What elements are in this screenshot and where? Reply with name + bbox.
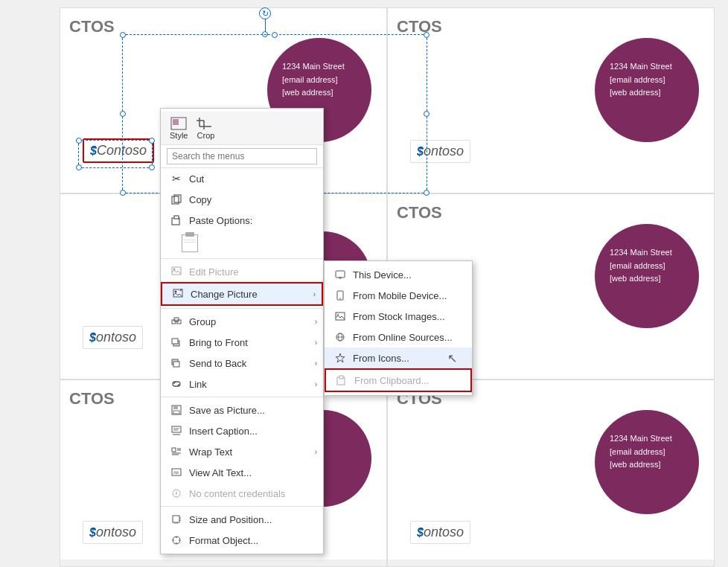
credentials-icon [170, 487, 183, 500]
bring-front-arrow: › [315, 339, 317, 347]
stock-images-icon [333, 310, 347, 323]
submenu-item-clipboard[interactable]: From Clipboard... [325, 368, 472, 392]
purple-circle-4: 1234 Main Street [email address] [web ad… [595, 224, 699, 328]
menu-item-paste-options[interactable]: Paste Options: [161, 210, 323, 231]
submenu-item-this-device[interactable]: This Device... [325, 264, 472, 285]
menu-item-link[interactable]: Link › [161, 374, 323, 394]
wrap-text-arrow: › [315, 448, 317, 456]
svg-point-53 [339, 298, 341, 299]
size-position-icon [170, 513, 183, 526]
change-picture-icon [171, 287, 185, 301]
svg-rect-24 [173, 411, 179, 414]
svg-marker-59 [336, 353, 345, 362]
clipboard-icon [335, 374, 348, 387]
contoso-logo-6: $ontoso [410, 521, 470, 544]
menu-item-size-position[interactable]: Size and Position... [161, 509, 323, 530]
mobile-icon [333, 289, 347, 302]
svg-rect-9 [174, 216, 179, 219]
address-6: 1234 Main Street [email address] [web ad… [610, 432, 672, 472]
menu-search-input[interactable] [167, 148, 317, 164]
change-picture-submenu: This Device... From Mobile Device... Fro… [324, 260, 473, 396]
contoso-logo-3: $ontoso [83, 326, 143, 349]
menu-item-insert-caption[interactable]: Insert Caption... [161, 420, 323, 441]
cell-4-title: CTOS [397, 203, 442, 222]
rotation-handle[interactable]: ↻ [259, 7, 271, 19]
change-picture-arrow: › [313, 290, 316, 298]
purple-circle-6: 1234 Main Street [email address] [web ad… [595, 410, 699, 514]
submenu-item-icons[interactable]: From Icons... ↖ [325, 347, 472, 368]
cut-icon: ✂ [170, 172, 183, 185]
separator-1 [161, 258, 323, 259]
wrap-text-icon [170, 445, 183, 458]
contoso-logo-5: $ontoso [83, 521, 143, 544]
separator-2 [161, 308, 323, 309]
edit-picture-icon [170, 265, 183, 278]
address-4: 1234 Main Street [email address] [web ad… [610, 246, 672, 286]
device-icon [333, 268, 347, 281]
alt-text-icon: Alt [170, 466, 183, 479]
send-back-arrow: › [315, 359, 317, 368]
bring-front-icon [170, 336, 183, 349]
paste-icon [170, 214, 183, 227]
svg-rect-39 [173, 516, 179, 522]
menu-item-group[interactable]: Group › [161, 311, 323, 332]
separator-3 [161, 397, 323, 397]
format-object-icon [170, 534, 183, 547]
group-icon [170, 315, 183, 328]
address-1: 1234 Main Street [email address] [web ad… [282, 60, 345, 100]
menu-item-no-credentials[interactable]: No content credentials [161, 483, 323, 504]
slide-cell-2: CTOS 1234 Main Street [email address] [w… [387, 7, 715, 193]
svg-rect-23 [173, 406, 178, 409]
crop-button[interactable]: Crop [197, 116, 214, 140]
svg-rect-29 [172, 448, 176, 452]
cell-2-title: CTOS [397, 17, 442, 36]
contoso-logo-2: $ontoso [410, 140, 470, 163]
style-button[interactable]: Style [170, 116, 188, 140]
svg-rect-49 [336, 271, 345, 278]
svg-point-13 [175, 291, 177, 293]
svg-text:Alt: Alt [173, 470, 179, 475]
send-back-icon [170, 356, 183, 370]
menu-header: Style Crop [161, 112, 323, 145]
menu-item-cut[interactable]: ✂ Cut [161, 168, 323, 189]
caption-icon [170, 424, 183, 438]
purple-circle-2: 1234 Main Street [email address] [web ad… [595, 38, 699, 142]
menu-item-bring-to-front[interactable]: Bring to Front › [161, 332, 323, 353]
svg-rect-61 [339, 376, 343, 379]
link-icon [170, 377, 183, 391]
copy-icon [170, 193, 183, 206]
cell-1-title: CTOS [69, 17, 115, 36]
menu-search-container [161, 145, 323, 168]
separator-4 [161, 506, 323, 507]
svg-rect-19 [172, 339, 178, 344]
svg-rect-25 [172, 426, 181, 432]
cell-5-title: CTOS [69, 389, 115, 409]
address-2: 1234 Main Street [email address] [web ad… [610, 60, 672, 100]
online-sources-icon [333, 330, 347, 344]
svg-point-38 [176, 490, 176, 491]
menu-item-wrap-text[interactable]: Wrap Text › [161, 441, 323, 462]
menu-item-save-as-picture[interactable]: Save as Picture... [161, 400, 323, 420]
svg-rect-21 [173, 362, 179, 367]
save-picture-icon [170, 403, 183, 417]
rotation-line [265, 19, 266, 31]
rotation-handle-area: ↻ [259, 7, 271, 37]
menu-item-view-alt-text[interactable]: Alt View Alt Text... [161, 462, 323, 483]
submenu-item-mobile[interactable]: From Mobile Device... [325, 285, 472, 306]
cursor-indicator: ↖ [447, 351, 457, 365]
paste-icon-display[interactable] [161, 231, 323, 256]
menu-item-edit-picture[interactable]: Edit Picture [161, 261, 323, 282]
submenu-item-online[interactable]: From Online Sources... [325, 327, 472, 347]
menu-item-copy[interactable]: Copy [161, 189, 323, 210]
menu-item-change-picture[interactable]: Change Picture › [161, 282, 323, 306]
group-arrow: › [315, 318, 317, 326]
slide-cell-6: CTOS 1234 Main Street [email address] [w… [387, 379, 715, 567]
submenu-item-stock[interactable]: From Stock Images... [325, 306, 472, 327]
icons-icon [333, 351, 347, 365]
context-menu: Style Crop ✂ Cut Copy Paste Option [160, 108, 324, 554]
menu-item-format-object[interactable]: Format Object... [161, 530, 323, 551]
selection-box [78, 140, 153, 168]
link-arrow: › [315, 380, 317, 388]
svg-rect-1 [173, 119, 179, 125]
menu-item-send-to-back[interactable]: Send to Back › [161, 353, 323, 374]
